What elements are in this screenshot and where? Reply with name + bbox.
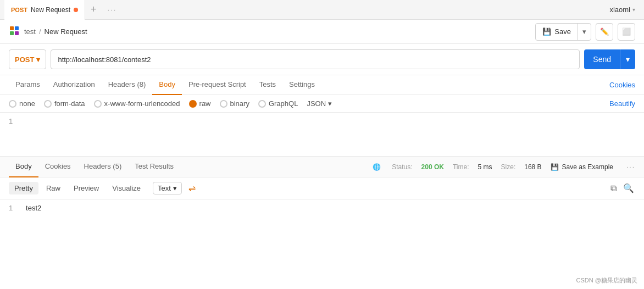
radio-form-data[interactable]: form-data xyxy=(44,99,85,108)
svg-rect-0 xyxy=(10,26,14,30)
response-view-tabs: Pretty Raw Preview Visualize Text ▾ ⇌ ⧉ … xyxy=(0,177,644,199)
body-options: none form-data x-www-form-urlencoded raw… xyxy=(0,95,644,113)
tab-pre-request-script[interactable]: Pre-request Script xyxy=(182,75,253,95)
tab-headers[interactable]: Headers (8) xyxy=(102,75,153,95)
globe-icon: 🌐 xyxy=(373,163,381,171)
method-selector[interactable]: POST ▾ xyxy=(9,49,46,69)
wrap-icon[interactable]: ⇌ xyxy=(188,183,196,193)
status-value: 200 OK xyxy=(421,163,444,171)
format-selector[interactable]: JSON ▾ xyxy=(307,99,332,108)
response-content: test2 xyxy=(26,204,41,212)
workspace-selector[interactable]: xiaomi ▾ xyxy=(605,5,640,14)
radio-binary[interactable]: binary xyxy=(220,99,249,108)
workspace-name: xiaomi xyxy=(609,5,630,14)
breadcrumb-separator: / xyxy=(39,27,41,36)
add-tab-button[interactable]: + xyxy=(85,4,102,15)
res-tab-headers[interactable]: Headers (5) xyxy=(77,157,129,177)
tab-tests[interactable]: Tests xyxy=(253,75,282,95)
res-tab-test-results[interactable]: Test Results xyxy=(128,157,180,177)
radio-urlencoded-label: x-www-form-urlencoded xyxy=(104,99,180,108)
beautify-button[interactable]: Beautify xyxy=(609,99,635,108)
svg-rect-1 xyxy=(15,26,19,30)
radio-raw-circle xyxy=(189,100,197,108)
share-icon: ⬜ xyxy=(622,27,631,36)
save-dropdown-arrow[interactable]: ▾ xyxy=(578,24,591,40)
res-tab-body[interactable]: Body xyxy=(9,157,38,177)
cookies-link[interactable]: Cookies xyxy=(609,81,635,89)
time-value: 5 ms xyxy=(478,163,492,171)
tab-body[interactable]: Body xyxy=(152,75,182,95)
radio-form-data-label: form-data xyxy=(54,99,85,108)
size-label: Size: xyxy=(501,163,516,171)
tab-settings[interactable]: Settings xyxy=(282,75,321,95)
request-body-editor[interactable]: 1 xyxy=(0,113,644,157)
save-main[interactable]: 💾 Save xyxy=(536,27,578,36)
url-input[interactable] xyxy=(51,49,580,69)
response-body: 1 test2 xyxy=(0,199,644,217)
radio-urlencoded-circle xyxy=(94,100,102,108)
breadcrumb-parent[interactable]: test xyxy=(24,27,36,36)
edit-icon: ✏️ xyxy=(600,27,609,36)
share-button[interactable]: ⬜ xyxy=(618,23,635,41)
save-button[interactable]: 💾 Save ▾ xyxy=(535,23,591,41)
radio-form-data-circle xyxy=(44,100,52,108)
save-label: Save xyxy=(554,27,571,36)
res-line-number-1: 1 xyxy=(9,204,13,212)
radio-raw[interactable]: raw xyxy=(189,99,211,108)
line-number-1: 1 xyxy=(9,117,13,125)
size-value: 168 B xyxy=(524,163,541,171)
send-button[interactable]: Send ▾ xyxy=(584,49,635,69)
res-view-preview[interactable]: Preview xyxy=(68,182,104,194)
status-label: Status: xyxy=(392,163,412,171)
response-more-button[interactable]: ··· xyxy=(626,163,635,171)
tab-bar: POST New Request + ··· xiaomi ▾ xyxy=(0,0,644,20)
radio-urlencoded[interactable]: x-www-form-urlencoded xyxy=(94,99,180,108)
res-view-pretty[interactable]: Pretty xyxy=(9,182,38,194)
save-example-label: Save as Example xyxy=(562,163,613,171)
svg-rect-2 xyxy=(10,31,14,35)
res-view-visualize[interactable]: Visualize xyxy=(107,182,146,194)
response-section: Body Cookies Headers (5) Test Results 🌐 … xyxy=(0,157,644,217)
radio-none-label: none xyxy=(19,99,35,108)
more-tabs-button[interactable]: ··· xyxy=(102,5,123,14)
header-actions: 💾 Save ▾ ✏️ ⬜ xyxy=(535,23,635,41)
radio-binary-circle xyxy=(220,100,227,108)
tab-params[interactable]: Params xyxy=(9,75,47,95)
request-tabs: Params Authorization Headers (8) Body Pr… xyxy=(0,75,644,95)
radio-graphql[interactable]: GraphQL xyxy=(258,99,298,108)
res-tab-cookies[interactable]: Cookies xyxy=(38,157,77,177)
format-dropdown-icon: ▾ xyxy=(173,184,177,192)
header: test / New Request 💾 Save ▾ ✏️ ⬜ xyxy=(0,20,644,44)
svg-rect-3 xyxy=(15,31,19,35)
save-as-example-button[interactable]: 💾 Save as Example xyxy=(551,163,613,171)
logo-icon xyxy=(9,25,20,36)
tab-authorization[interactable]: Authorization xyxy=(47,75,102,95)
response-format-selector[interactable]: Text ▾ xyxy=(153,182,182,194)
method-label: POST xyxy=(15,55,34,64)
request-tab[interactable]: POST New Request xyxy=(4,0,85,20)
watermark: CSDN @糖果店的幽灵 xyxy=(576,276,637,285)
edit-button[interactable]: ✏️ xyxy=(596,23,613,41)
search-response-button[interactable]: 🔍 xyxy=(622,182,635,194)
send-dropdown-arrow[interactable]: ▾ xyxy=(620,49,635,69)
breadcrumb-current: New Request xyxy=(45,27,87,36)
tab-title: New Request xyxy=(31,6,70,14)
method-chevron-icon: ▾ xyxy=(36,55,40,64)
res-view-raw[interactable]: Raw xyxy=(41,182,66,194)
radio-raw-label: raw xyxy=(199,99,211,108)
send-label[interactable]: Send xyxy=(584,55,620,64)
copy-response-button[interactable]: ⧉ xyxy=(609,182,618,194)
url-bar: POST ▾ Send ▾ xyxy=(0,44,644,75)
response-status-bar: 🌐 Status: 200 OK Time: 5 ms Size: 168 B … xyxy=(373,163,635,171)
save-example-icon: 💾 xyxy=(551,163,559,171)
time-label: Time: xyxy=(453,163,469,171)
format-chevron-icon: ▾ xyxy=(328,99,332,108)
response-tabs: Body Cookies Headers (5) Test Results 🌐 … xyxy=(0,157,644,177)
radio-none-circle xyxy=(9,100,16,108)
tab-unsaved-dot xyxy=(74,8,78,12)
save-icon: 💾 xyxy=(542,27,551,36)
response-actions: ⧉ 🔍 xyxy=(609,182,635,194)
tab-method-label: POST xyxy=(11,7,27,13)
radio-none[interactable]: none xyxy=(9,99,35,108)
app-logo xyxy=(9,25,20,38)
